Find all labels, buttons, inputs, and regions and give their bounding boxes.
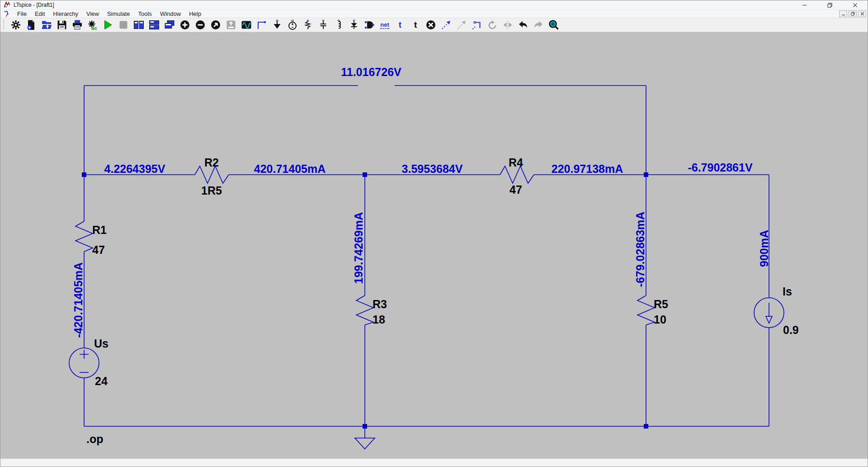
save-button[interactable] <box>56 19 68 31</box>
ltspice-logo-icon <box>4 1 11 8</box>
menu-window[interactable]: Window <box>156 10 185 18</box>
resistor-r3-symbol[interactable] <box>356 295 373 325</box>
zoom-out-button[interactable] <box>194 19 207 31</box>
open-button[interactable] <box>41 19 53 31</box>
component-gate-icon <box>364 19 375 30</box>
redo-button[interactable] <box>533 19 545 31</box>
wires[interactable] <box>84 86 769 426</box>
tile-vertical-button[interactable] <box>133 19 145 31</box>
schematic-canvas[interactable]: 11.016726V 4.2264395V 3.5953684V -6.7902… <box>0 32 868 458</box>
pan-icon <box>226 19 236 30</box>
voltage-source-button[interactable] <box>287 19 299 31</box>
minimize-icon <box>802 3 807 8</box>
menu-tools[interactable]: Tools <box>134 10 156 18</box>
cascade-windows-button[interactable] <box>164 19 176 31</box>
node-r5-bottom <box>644 424 648 429</box>
halt-stop-icon <box>118 19 129 30</box>
r3-value-label[interactable]: 18 <box>373 313 385 326</box>
pan-button[interactable] <box>225 19 237 31</box>
paste-button[interactable] <box>456 19 468 31</box>
r4-value-label[interactable]: 47 <box>509 183 522 196</box>
r3-ref-label[interactable]: R3 <box>373 298 387 310</box>
mdi-minimize-icon <box>841 12 845 16</box>
net-label-button[interactable]: net <box>379 19 391 31</box>
minimize-button[interactable] <box>792 0 817 10</box>
delete-button[interactable] <box>425 19 437 31</box>
capacitor-icon <box>318 19 329 30</box>
us-value-label[interactable]: 24 <box>95 375 108 387</box>
us-ref-label[interactable]: Us <box>94 337 108 350</box>
current-label-r3[interactable]: 199.74269mA <box>352 212 365 284</box>
mirror-button[interactable] <box>502 19 514 31</box>
undo-button[interactable] <box>517 19 529 31</box>
menu-help[interactable]: Help <box>185 10 205 18</box>
menu-simulate[interactable]: Simulate <box>103 10 134 18</box>
title-bar: LTspice - [Draft1] <box>0 0 868 10</box>
ground-symbol[interactable] <box>355 426 375 449</box>
node-left-mid <box>82 172 86 177</box>
is-value-label[interactable]: 0.9 <box>783 324 799 336</box>
text-button[interactable]: t <box>394 19 406 31</box>
rotate-button[interactable] <box>486 19 499 31</box>
settings-button[interactable] <box>10 19 22 31</box>
drag-button[interactable] <box>471 19 483 31</box>
component-button[interactable] <box>363 19 376 31</box>
mirror-icon <box>502 19 513 30</box>
voltage-label-node1[interactable]: 4.2264395V <box>104 162 165 175</box>
voltage-label-node3[interactable]: -6.7902861V <box>688 161 753 174</box>
halt-button[interactable] <box>118 19 130 31</box>
r2-ref-label[interactable]: R2 <box>204 156 219 169</box>
new-schematic-button[interactable] <box>25 19 38 31</box>
current-label-r1[interactable]: -420.71405mA <box>72 262 85 338</box>
tile-horizontal-button[interactable] <box>148 19 160 31</box>
print-button[interactable] <box>71 19 84 31</box>
resistor-button[interactable] <box>302 19 314 31</box>
inductor-button[interactable] <box>333 19 345 31</box>
current-label-r2[interactable]: 420.71405mA <box>254 162 326 175</box>
voltage-label-top[interactable]: 11.016726V <box>341 66 401 78</box>
ground-button[interactable] <box>271 19 283 31</box>
inductor-icon <box>333 19 344 30</box>
close-button[interactable] <box>842 0 868 10</box>
menu-view[interactable]: View <box>82 10 103 18</box>
current-label-r4[interactable]: 220.97138mA <box>552 162 623 175</box>
r1-value-label[interactable]: 47 <box>92 243 105 256</box>
zoom-extents-button[interactable] <box>210 19 222 31</box>
r2-value-label[interactable]: 1R5 <box>201 184 222 197</box>
voltage-label-node2[interactable]: 3.5953684V <box>402 162 463 175</box>
resistor-r5-symbol[interactable] <box>637 295 655 325</box>
r1-ref-label[interactable]: R1 <box>92 224 107 236</box>
menu-edit[interactable]: Edit <box>31 10 49 18</box>
mdi-restore-button[interactable] <box>849 10 857 17</box>
capacitor-button[interactable] <box>317 19 330 31</box>
menu-file[interactable]: File <box>13 10 31 18</box>
restore-button[interactable] <box>817 0 842 10</box>
edit-simulation-cmd-button[interactable]: ac <box>87 19 99 31</box>
diode-icon <box>349 19 359 30</box>
menu-hierarchy[interactable]: Hierarchy <box>49 10 82 18</box>
is-ref-label[interactable]: Is <box>783 285 792 298</box>
spice-directive-text[interactable]: .op <box>86 433 104 445</box>
mdi-minimize-button[interactable] <box>839 10 847 17</box>
spice-directive-button[interactable]: t <box>410 19 422 31</box>
run-button[interactable] <box>102 19 114 31</box>
r4-ref-label[interactable]: R4 <box>509 156 523 169</box>
resistor-r1-symbol[interactable] <box>75 221 93 252</box>
mdi-close-button[interactable] <box>858 10 866 17</box>
wire-button[interactable] <box>256 19 268 31</box>
current-label-is[interactable]: 900mA <box>758 230 770 267</box>
r5-ref-label[interactable]: R5 <box>654 298 668 310</box>
search-button[interactable] <box>548 19 560 31</box>
zoom-in-button[interactable] <box>179 19 191 31</box>
text-icon: t <box>399 19 401 30</box>
r5-value-label[interactable]: 10 <box>654 313 666 326</box>
current-label-r5[interactable]: -679.02863mA <box>634 212 646 287</box>
waveform-settings-button[interactable] <box>241 19 253 31</box>
move-button[interactable] <box>440 19 453 31</box>
current-source-is-symbol[interactable] <box>754 298 784 328</box>
rotate-icon <box>487 19 498 30</box>
voltage-source-us-symbol[interactable] <box>69 348 99 378</box>
move-arrow-icon <box>441 19 452 30</box>
diode-button[interactable] <box>348 19 360 31</box>
toolbar-drag-handle[interactable] <box>3 20 5 30</box>
